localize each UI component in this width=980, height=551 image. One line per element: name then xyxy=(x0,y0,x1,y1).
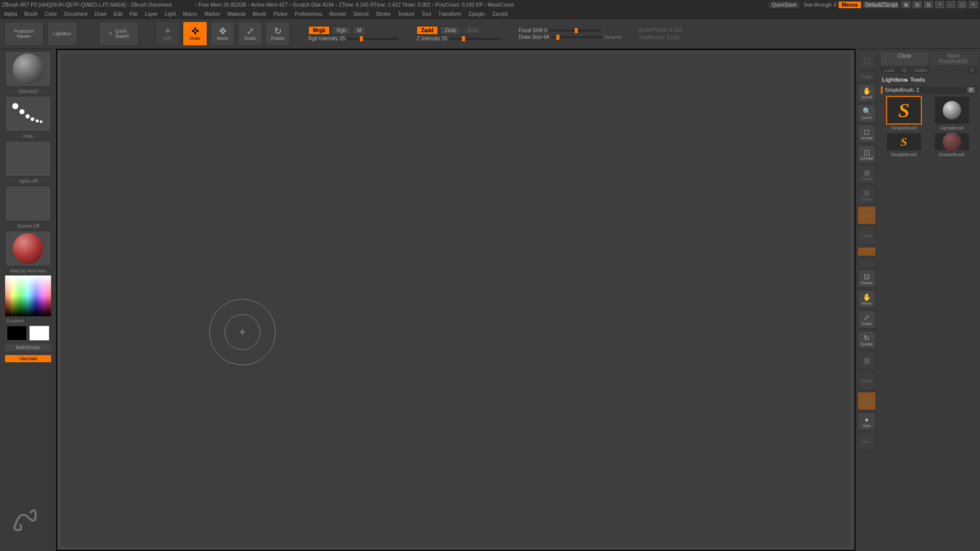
lightbox-button[interactable]: LightBox xyxy=(47,21,78,46)
nav-scale-button[interactable]: ⤢Scale xyxy=(857,310,876,329)
primary-color-swatch[interactable] xyxy=(29,325,50,341)
zoom-button[interactable]: 🔍Zoom xyxy=(857,104,876,122)
frame-button[interactable]: ⊡Frame xyxy=(857,269,876,288)
r-badge[interactable]: R xyxy=(967,87,975,93)
s-brush-icon: S xyxy=(898,98,910,122)
menu-color[interactable]: Color xyxy=(45,11,57,17)
xyz2-button[interactable] xyxy=(857,258,876,267)
menu-light[interactable]: Light xyxy=(165,11,176,17)
scroll-button[interactable]: ✋Scroll xyxy=(857,84,876,102)
draw-size-slider[interactable] xyxy=(551,36,602,38)
menu-file[interactable]: File xyxy=(130,11,138,17)
tool-eraserbrush[interactable]: EraserBrush xyxy=(929,133,975,157)
dynamic-label[interactable]: Dynamic xyxy=(604,35,622,40)
bpr-button[interactable]: ▢ xyxy=(857,51,876,69)
actual-button[interactable]: ◻Actual xyxy=(857,124,876,143)
canvas[interactable]: ✢ xyxy=(57,50,854,550)
nav-move-button[interactable]: ✋Move xyxy=(857,290,876,308)
app-title: ZBrush 4R7 P3 (x64)[SIUH-QEYF-QWEO-LJTI-… xyxy=(2,2,126,8)
move-button[interactable]: ✥Move xyxy=(210,21,235,46)
persp-button[interactable]: ▦Persp xyxy=(857,165,876,184)
focal-shift-slider[interactable] xyxy=(549,30,600,32)
visible-tab[interactable]: Visible xyxy=(911,67,930,73)
color-picker[interactable] xyxy=(5,276,51,316)
alpha-selector[interactable] xyxy=(5,141,51,177)
menu-zplugin[interactable]: Zplugin xyxy=(469,11,485,17)
layout3-icon[interactable]: ▥ xyxy=(924,1,933,8)
tool-simplebrush-2[interactable]: S SimpleBrush xyxy=(881,133,927,157)
r-tab[interactable]: R xyxy=(968,67,977,73)
menu-marker[interactable]: Marker xyxy=(204,11,220,17)
polyf-button[interactable]: ▦ xyxy=(857,351,876,369)
help-icon[interactable]: ? xyxy=(935,1,944,8)
zcut-button[interactable]: Zcut xyxy=(462,26,481,35)
menu-picker[interactable]: Picker xyxy=(274,11,288,17)
quicksketch-button[interactable]: ✎Quick Sketch xyxy=(99,21,139,46)
xyz-button[interactable] xyxy=(857,247,876,256)
menu-tool[interactable]: Tool xyxy=(422,11,431,17)
seethrough-value[interactable]: 0 xyxy=(834,2,837,8)
menu-zscript[interactable]: Zscript xyxy=(492,11,507,17)
secondary-color-swatch[interactable] xyxy=(7,325,27,341)
scale-button[interactable]: ⤢Scale xyxy=(238,21,262,46)
m-button[interactable]: M xyxy=(353,26,366,35)
menu-edit[interactable]: Edit xyxy=(114,11,122,17)
all-tab[interactable]: All xyxy=(898,67,910,73)
minimize-icon[interactable]: – xyxy=(946,1,955,8)
pfv-button[interactable]: PFv xyxy=(857,433,876,451)
menu-texture[interactable]: Texture xyxy=(398,11,414,17)
local-button[interactable]: Local xyxy=(857,206,876,224)
menu-alpha[interactable]: Alpha xyxy=(4,11,17,17)
material-selector[interactable] xyxy=(5,231,51,266)
aahalf-button[interactable]: ◫AAHalf xyxy=(857,145,876,163)
z-intensity-slider[interactable] xyxy=(449,38,500,40)
stroke-selector[interactable] xyxy=(5,96,51,132)
menu-draw[interactable]: Draw xyxy=(94,11,106,17)
gradient-label[interactable]: Gradient xyxy=(2,318,54,323)
menu-document[interactable]: Document xyxy=(64,11,88,17)
menu-stencil[interactable]: Stencil xyxy=(353,11,369,17)
menu-macro[interactable]: Macro xyxy=(183,11,198,17)
default-script[interactable]: DefaultZScript xyxy=(863,2,899,8)
tool-simplebrush-1[interactable]: S SimpleBrush xyxy=(881,96,927,131)
zadd-button[interactable]: Zadd xyxy=(416,26,438,35)
menus-button[interactable]: Menus xyxy=(839,2,861,8)
alternate-button[interactable]: Alternate xyxy=(5,355,51,362)
projection-master-button[interactable]: Projection Master xyxy=(4,21,44,46)
nav-rotate-button[interactable]: ↻Rotate xyxy=(857,331,876,349)
rgb-button[interactable]: Rgb xyxy=(332,26,350,35)
menu-movie[interactable]: Movie xyxy=(253,11,266,17)
rotate-button[interactable]: ↻Rotate xyxy=(265,21,290,46)
floor-button[interactable]: ⊞Floor xyxy=(857,186,876,204)
mrgb-button[interactable]: Mrgb xyxy=(308,26,330,35)
brush-selector[interactable] xyxy=(5,51,51,87)
layout-icon[interactable]: ▦ xyxy=(901,1,911,8)
tool-alphabrush[interactable]: AlphaBrush xyxy=(929,96,975,131)
zsub-button[interactable]: Zsub xyxy=(440,26,460,35)
solo-button[interactable]: ●Solo xyxy=(857,412,876,431)
quicksave-button[interactable]: QuickSave xyxy=(769,2,799,8)
maximize-icon[interactable]: ▢ xyxy=(958,1,967,8)
texture-selector[interactable] xyxy=(5,186,51,221)
menu-layer[interactable]: Layer xyxy=(145,11,158,17)
switchcolor-button[interactable]: SwitchColor xyxy=(5,344,51,351)
make-polymesh-button[interactable]: Make PolyMesh3D xyxy=(930,52,977,65)
load-tab[interactable]: Load xyxy=(881,67,897,73)
layout2-icon[interactable]: ▤ xyxy=(913,1,922,8)
menu-preferences[interactable]: Preferences xyxy=(295,11,323,17)
draw-button[interactable]: ✜Draw xyxy=(183,21,207,46)
xpose-button[interactable]: Xpose xyxy=(857,371,876,390)
clone-button[interactable]: Clone xyxy=(881,52,928,65)
lsym-button[interactable]: L.Sym xyxy=(857,227,876,245)
menu-render[interactable]: Render xyxy=(330,11,347,17)
menu-stroke[interactable]: Stroke xyxy=(376,11,390,17)
menu-transform[interactable]: Transform xyxy=(438,11,461,17)
brush-label: Standard xyxy=(2,89,54,94)
close-icon[interactable]: ✕ xyxy=(969,1,978,8)
srgb-button[interactable]: SRgb xyxy=(857,71,876,82)
rgb-intensity-slider[interactable] xyxy=(347,38,398,40)
edit-button[interactable]: ✦Edit xyxy=(155,21,180,46)
dynamic-button[interactable]: Dynamic xyxy=(857,392,876,410)
menu-material[interactable]: Material xyxy=(228,11,246,17)
menu-brush[interactable]: Brush xyxy=(24,11,38,17)
